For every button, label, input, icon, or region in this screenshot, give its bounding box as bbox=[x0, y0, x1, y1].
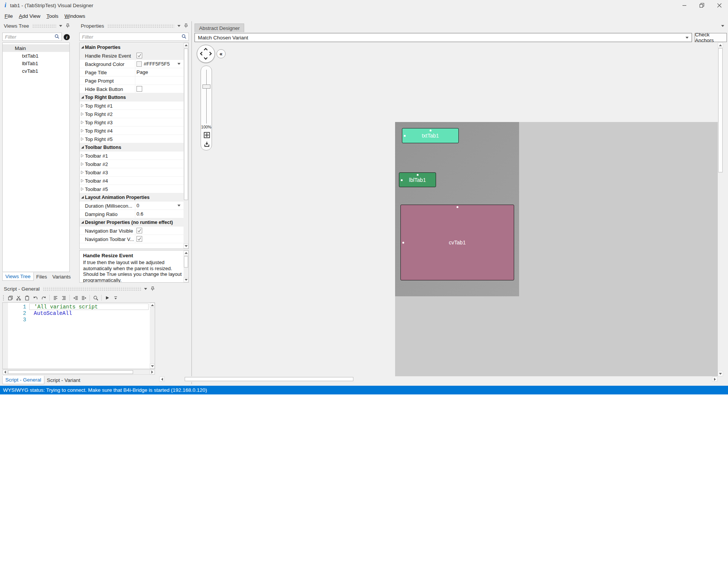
help-scrollbar[interactable] bbox=[184, 250, 188, 282]
dropdown-arrow-icon[interactable] bbox=[177, 205, 180, 207]
expand-icon[interactable] bbox=[80, 162, 85, 166]
designer-view-txttab1[interactable]: txtTab1 bbox=[402, 128, 459, 143]
section-expanded-icon[interactable] bbox=[80, 146, 85, 149]
more-icon[interactable] bbox=[111, 294, 120, 302]
prop-row-toolbar-3[interactable]: Toolbar #3 bbox=[80, 168, 184, 177]
prop-row-toolbar-5[interactable]: Toolbar #5 bbox=[80, 185, 184, 193]
menu-item-tools[interactable]: Tools bbox=[44, 12, 62, 20]
prop-value-text[interactable]: 0 bbox=[136, 203, 139, 208]
section-expanded-icon[interactable] bbox=[80, 45, 85, 49]
designer-horizontal-scrollbar[interactable] bbox=[159, 376, 717, 382]
scroll-up-button[interactable] bbox=[184, 43, 188, 48]
tab-variants[interactable]: Variants bbox=[50, 272, 74, 281]
scroll-down-button[interactable] bbox=[184, 277, 188, 282]
panel-menu-icon[interactable] bbox=[59, 25, 62, 27]
expand-icon[interactable] bbox=[80, 187, 85, 191]
section-expanded-icon[interactable] bbox=[80, 95, 85, 99]
handle-resize-event-checkbox[interactable] bbox=[136, 53, 142, 58]
prop-row-toolbar-4[interactable]: Toolbar #4 bbox=[80, 177, 184, 185]
navigation-bar-visible-checkbox[interactable] bbox=[136, 228, 142, 233]
prop-section-toolbar-buttons[interactable]: Toolbar Buttons bbox=[80, 143, 184, 152]
prop-value-text[interactable]: 0.6 bbox=[136, 211, 143, 217]
cut-icon[interactable] bbox=[14, 294, 23, 302]
prop-row-top-right-1[interactable]: Top Right #1 bbox=[80, 102, 184, 110]
pan-up-icon[interactable] bbox=[204, 48, 208, 52]
format-document-icon[interactable] bbox=[51, 294, 60, 302]
scrollbar-thumb[interactable] bbox=[718, 48, 723, 172]
zoom-slider-track[interactable] bbox=[206, 70, 207, 124]
restore-button[interactable] bbox=[693, 0, 711, 11]
tab-script-variant[interactable]: Script - Variant bbox=[44, 376, 83, 384]
designer-vertical-scrollbar[interactable] bbox=[718, 42, 723, 376]
tab-script-general[interactable]: Script - General bbox=[2, 376, 44, 384]
indent-icon[interactable] bbox=[80, 294, 88, 302]
info-icon[interactable]: i bbox=[64, 34, 70, 40]
designer-view-lbltab1[interactable]: lblTab1 bbox=[399, 172, 436, 187]
menu-item-file[interactable]: File bbox=[2, 12, 16, 20]
scroll-right-button[interactable] bbox=[150, 370, 155, 374]
anchor-handle-left[interactable] bbox=[401, 179, 403, 181]
scrollbar-thumb[interactable] bbox=[184, 48, 188, 200]
scroll-down-button[interactable] bbox=[150, 364, 155, 369]
properties-scrollbar[interactable] bbox=[184, 43, 188, 249]
views-tree-filter-input[interactable] bbox=[3, 34, 54, 40]
prop-row-top-right-4[interactable]: Top Right #4 bbox=[80, 127, 184, 135]
prop-row-top-right-2[interactable]: Top Right #2 bbox=[80, 110, 184, 118]
anchor-handle-top[interactable] bbox=[457, 206, 458, 208]
anchor-handle-left[interactable] bbox=[402, 242, 404, 244]
prop-row-hide-back-button[interactable]: Hide Back Button bbox=[80, 85, 184, 93]
panel-menu-icon[interactable] bbox=[177, 25, 180, 27]
pan-left-icon[interactable] bbox=[200, 52, 204, 56]
scroll-left-button[interactable] bbox=[3, 370, 8, 374]
prop-row-top-right-3[interactable]: Top Right #3 bbox=[80, 118, 184, 127]
dropdown-arrow-icon[interactable] bbox=[177, 63, 180, 65]
scrollbar-thumb[interactable] bbox=[184, 256, 188, 268]
navigation-toolbar-v-checkbox[interactable] bbox=[136, 236, 142, 242]
prop-section-designer-properties-no-runtime-effect[interactable]: Designer Properties (no runtime effect) bbox=[80, 218, 184, 227]
zoom-slider-thumb[interactable] bbox=[202, 84, 210, 89]
editor-vertical-scrollbar[interactable] bbox=[150, 303, 155, 369]
prop-row-navigation-toolbar-v[interactable]: Navigation Toolbar V... bbox=[80, 235, 184, 243]
prop-row-top-right-5[interactable]: Top Right #5 bbox=[80, 135, 184, 143]
tree-node-main[interactable]: Main bbox=[3, 44, 69, 52]
scroll-up-button[interactable] bbox=[150, 303, 155, 308]
prop-row-background-color[interactable]: Background Color#FFF5F5F5 bbox=[80, 60, 184, 68]
search-icon[interactable] bbox=[91, 294, 100, 302]
expand-icon[interactable] bbox=[80, 112, 85, 116]
prop-value-text[interactable]: Page bbox=[136, 69, 148, 75]
prop-row-page-prompt[interactable]: Page Prompt bbox=[80, 77, 184, 85]
expand-icon[interactable] bbox=[80, 129, 85, 133]
panel-menu-icon[interactable] bbox=[144, 288, 147, 290]
redo-icon[interactable] bbox=[39, 294, 48, 302]
pin-icon[interactable] bbox=[150, 286, 155, 291]
anchor-handle-left[interactable] bbox=[404, 135, 406, 137]
scrollbar-thumb[interactable] bbox=[185, 377, 353, 381]
prop-section-top-right-buttons[interactable]: Top Right Buttons bbox=[80, 93, 184, 102]
pin-icon[interactable] bbox=[183, 23, 188, 28]
paste-icon[interactable] bbox=[23, 294, 31, 302]
check-anchors-button[interactable]: Check Anchors bbox=[695, 33, 727, 42]
prop-row-navigation-bar-visible[interactable]: Navigation Bar Visible bbox=[80, 227, 184, 235]
hide-back-button-checkbox[interactable] bbox=[136, 86, 142, 92]
toolbar-grip-icon[interactable] bbox=[3, 295, 4, 300]
scroll-down-button[interactable] bbox=[718, 371, 723, 376]
expand-icon[interactable] bbox=[80, 154, 85, 158]
scroll-right-button[interactable] bbox=[712, 377, 717, 382]
prop-row-toolbar-2[interactable]: Toolbar #2 bbox=[80, 160, 184, 168]
editor-horizontal-scrollbar[interactable] bbox=[2, 369, 155, 375]
prop-row-damping-ratio[interactable]: Damping Ratio0.6 bbox=[80, 210, 184, 218]
tab-files[interactable]: Files bbox=[34, 272, 50, 281]
scroll-up-button[interactable] bbox=[718, 42, 723, 48]
prop-section-main-properties[interactable]: Main Properties bbox=[80, 43, 184, 52]
script-editor[interactable]: 1'All variants script2AutoScaleAll3 bbox=[2, 302, 155, 369]
pan-down-icon[interactable] bbox=[204, 56, 208, 60]
collapse-tools-button[interactable]: « bbox=[217, 49, 226, 58]
designer-view-cvtab1[interactable]: cvTab1 bbox=[400, 205, 514, 280]
prop-row-page-title[interactable]: Page TitlePage bbox=[80, 68, 184, 77]
prop-row-duration-millisecon[interactable]: Duration (Millisecon...0 bbox=[80, 202, 184, 210]
tab-views-tree[interactable]: Views Tree bbox=[2, 272, 34, 281]
expand-icon[interactable] bbox=[80, 120, 85, 124]
expand-icon[interactable] bbox=[80, 137, 85, 141]
outdent-icon[interactable] bbox=[71, 294, 80, 302]
pan-control[interactable] bbox=[197, 45, 215, 63]
